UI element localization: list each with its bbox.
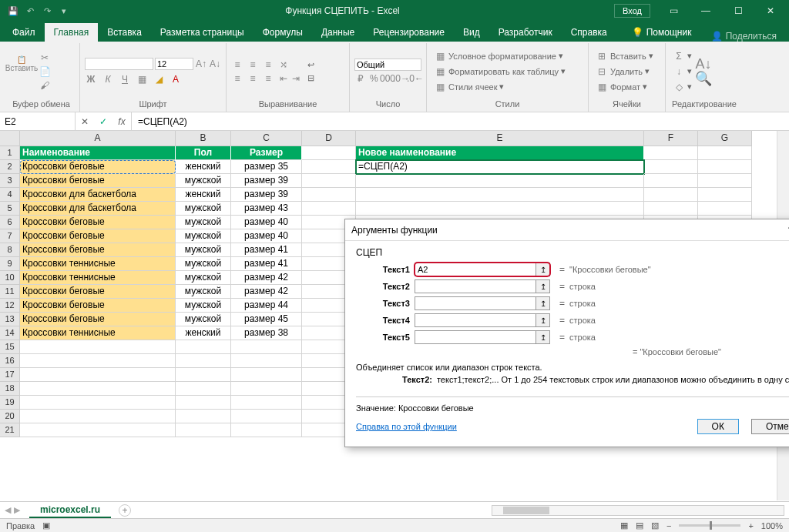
cell[interactable] xyxy=(20,396,176,410)
bold-icon[interactable]: Ж xyxy=(85,73,97,85)
cell[interactable]: Пол xyxy=(176,146,231,160)
fill[interactable]: ↓▾ xyxy=(670,65,694,79)
row-14[interactable]: 14 xyxy=(0,326,20,340)
view-layout-icon[interactable]: ▤ xyxy=(636,520,643,530)
row-7[interactable]: 7 xyxy=(0,229,20,243)
row-5[interactable]: 5 xyxy=(0,202,20,216)
cell[interactable]: Кроссовки беговые xyxy=(20,174,176,188)
indent-dec-icon[interactable]: ⇤ xyxy=(277,72,290,85)
copy-icon[interactable]: 📄 xyxy=(39,65,51,78)
paste-button[interactable]: 📋Вставить xyxy=(8,45,35,83)
cell[interactable]: размер 45 xyxy=(231,313,302,326)
row-12[interactable]: 12 xyxy=(0,299,20,313)
row-17[interactable]: 17 xyxy=(0,368,20,382)
row-19[interactable]: 19 xyxy=(0,396,20,410)
currency-icon[interactable]: ₽ xyxy=(354,72,367,85)
cell[interactable] xyxy=(20,368,176,382)
sheet-tab-active[interactable]: microexcel.ru xyxy=(29,503,111,518)
tab-nav-prev-icon[interactable]: ◀ xyxy=(5,505,11,515)
arg-input-5[interactable] xyxy=(415,330,536,344)
cell[interactable] xyxy=(698,202,752,216)
qa-dropdown-icon[interactable]: ▾ xyxy=(57,4,71,18)
cell[interactable] xyxy=(644,146,698,160)
cell[interactable] xyxy=(698,188,752,202)
percent-icon[interactable]: % xyxy=(368,72,381,85)
tab-layout[interactable]: Разметка страницы xyxy=(151,23,253,42)
inc-decimal-icon[interactable]: .0→ xyxy=(395,72,408,85)
align-right-icon[interactable]: ≡ xyxy=(262,72,274,85)
cell-styles[interactable]: ▦Стили ячеек ▾ xyxy=(431,80,568,94)
col-F[interactable]: F xyxy=(644,131,698,146)
cell[interactable]: мужской xyxy=(176,202,231,216)
cell[interactable]: размер 42 xyxy=(231,285,302,299)
align-top-icon[interactable]: ≡ xyxy=(231,59,243,71)
conditional-formatting[interactable]: ▦Условное форматирование ▾ xyxy=(431,49,568,63)
cell[interactable]: мужской xyxy=(176,229,231,243)
ribbon-options-icon[interactable]: ▭ xyxy=(658,0,689,22)
cell[interactable] xyxy=(644,188,698,202)
italic-icon[interactable]: К xyxy=(102,73,114,85)
col-A[interactable]: A xyxy=(20,131,176,146)
row-8[interactable]: 8 xyxy=(0,243,20,257)
tab-help[interactable]: Справка xyxy=(562,23,616,42)
tab-home[interactable]: Главная xyxy=(45,23,99,42)
align-mid-icon[interactable]: ≡ xyxy=(247,59,259,71)
cell[interactable]: размер 41 xyxy=(231,257,302,271)
minimize-icon[interactable]: — xyxy=(690,0,721,22)
close-icon[interactable]: ✕ xyxy=(755,0,786,22)
cell[interactable] xyxy=(176,382,231,396)
cancel-formula-icon[interactable]: ✕ xyxy=(76,112,94,130)
align-bot-icon[interactable]: ≡ xyxy=(262,59,274,71)
zoom-slider[interactable] xyxy=(679,524,740,527)
cell[interactable] xyxy=(176,423,231,437)
col-B[interactable]: B xyxy=(176,131,231,146)
cell[interactable] xyxy=(231,354,302,368)
save-icon[interactable]: 💾 xyxy=(6,4,20,18)
number-format[interactable]: Общий xyxy=(354,59,421,71)
row-10[interactable]: 10 xyxy=(0,271,20,285)
cell[interactable]: Кроссовки беговые xyxy=(20,216,176,229)
cell[interactable]: Наименование xyxy=(20,146,176,160)
cell[interactable] xyxy=(20,382,176,396)
cell[interactable] xyxy=(356,202,644,216)
cell[interactable] xyxy=(231,382,302,396)
cell[interactable]: размер 35 xyxy=(231,160,302,174)
cell[interactable] xyxy=(231,396,302,410)
row-2[interactable]: 2 xyxy=(0,160,20,174)
font-size[interactable]: 12 xyxy=(155,58,193,70)
font-color-icon[interactable]: A xyxy=(170,73,182,85)
cell[interactable]: мужской xyxy=(176,299,231,313)
redo-icon[interactable]: ↷ xyxy=(40,4,54,18)
fx-icon[interactable]: fx xyxy=(112,112,131,130)
tab-insert[interactable]: Вставка xyxy=(98,23,151,42)
cell[interactable] xyxy=(644,202,698,216)
column-headers[interactable]: ABCDEFG xyxy=(20,131,752,146)
arg-input-1[interactable] xyxy=(415,263,536,276)
range-picker-icon[interactable]: ↥ xyxy=(536,279,550,293)
col-G[interactable]: G xyxy=(698,131,752,146)
macro-record-icon[interactable]: ▣ xyxy=(42,520,50,530)
row-6[interactable]: 6 xyxy=(0,216,20,229)
help-link[interactable]: Справка по этой функции xyxy=(356,422,457,431)
cell[interactable]: Кроссовки беговые xyxy=(20,243,176,257)
cell[interactable]: мужской xyxy=(176,313,231,326)
range-picker-icon[interactable]: ↥ xyxy=(536,296,550,310)
dec-decimal-icon[interactable]: .0← xyxy=(409,72,421,85)
cell[interactable]: Новое наименование xyxy=(356,146,644,160)
row-20[interactable]: 20 xyxy=(0,410,20,423)
cell[interactable]: мужской xyxy=(176,271,231,285)
cell[interactable]: женский xyxy=(176,188,231,202)
cell[interactable] xyxy=(698,160,752,174)
cell[interactable]: мужской xyxy=(176,216,231,229)
login-button[interactable]: Вход xyxy=(614,4,650,18)
row-18[interactable]: 18 xyxy=(0,382,20,396)
cell[interactable]: размер 39 xyxy=(231,174,302,188)
formula-input[interactable]: =СЦЕП(A2) xyxy=(132,116,789,127)
dialog-help-icon[interactable]: ? xyxy=(781,225,789,236)
cut-icon[interactable]: ✂ xyxy=(39,52,51,64)
row-15[interactable]: 15 xyxy=(0,340,20,354)
share-button[interactable]: 👤Поделиться xyxy=(702,31,786,42)
row-16[interactable]: 16 xyxy=(0,354,20,368)
font-name[interactable] xyxy=(85,58,153,70)
cell[interactable]: мужской xyxy=(176,285,231,299)
